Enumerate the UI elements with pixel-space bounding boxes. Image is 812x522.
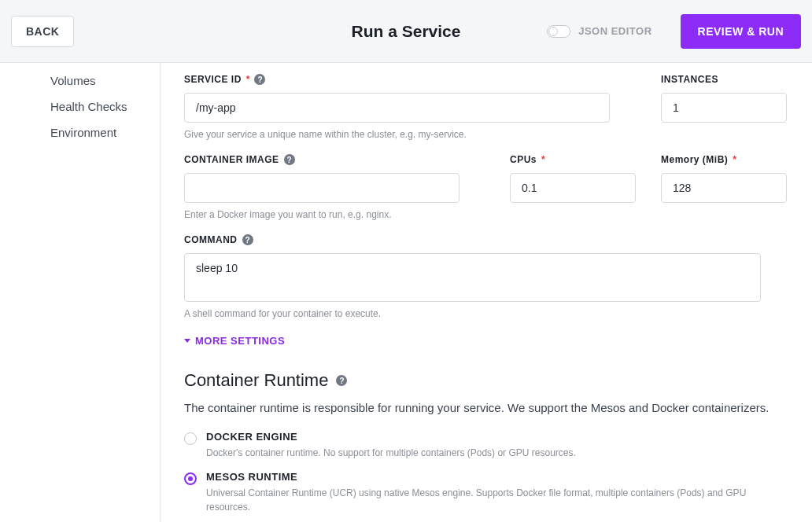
help-icon[interactable]: ?	[242, 234, 253, 245]
container-image-hint: Enter a Docker image you want to run, e.…	[184, 209, 460, 220]
main-panel: SERVICE ID * ? Give your service a uniqu…	[161, 63, 812, 522]
instances-label: INSTANCES	[661, 74, 718, 85]
section-title: Container Runtime	[184, 370, 328, 391]
back-button[interactable]: BACK	[11, 16, 74, 47]
runtime-option-docker[interactable]: DOCKER ENGINE Docker's container runtime…	[184, 431, 787, 460]
help-icon[interactable]: ?	[284, 154, 295, 165]
sidebar-item-volumes[interactable]: Volumes	[0, 74, 160, 94]
radio-label: DOCKER ENGINE	[206, 431, 787, 443]
radio-text: MESOS RUNTIME Universal Container Runtim…	[206, 471, 787, 514]
topbar-right: JSON EDITOR REVIEW & RUN	[547, 14, 801, 49]
radio-icon	[184, 472, 197, 485]
required-star-icon: *	[246, 74, 250, 85]
help-icon[interactable]: ?	[336, 375, 347, 386]
container-image-input[interactable]	[184, 173, 460, 203]
label-row: INSTANCES	[661, 74, 787, 85]
cpus-input[interactable]	[510, 173, 636, 203]
more-settings-toggle[interactable]: MORE SETTINGS	[184, 335, 787, 347]
help-icon[interactable]: ?	[254, 74, 265, 85]
label-row: SERVICE ID * ?	[184, 74, 610, 85]
container-image-label: CONTAINER IMAGE	[184, 154, 279, 165]
label-row: CONTAINER IMAGE ?	[184, 154, 460, 165]
field-instances: INSTANCES	[661, 74, 787, 140]
radio-desc: Universal Container Runtime (UCR) using …	[206, 486, 787, 514]
topbar: BACK Run a Service JSON EDITOR REVIEW & …	[0, 0, 812, 63]
page-title: Run a Service	[352, 22, 461, 41]
runtime-option-mesos[interactable]: MESOS RUNTIME Universal Container Runtim…	[184, 471, 787, 514]
toggle-thumb	[548, 27, 558, 36]
radio-text: DOCKER ENGINE Docker's container runtime…	[206, 431, 787, 460]
content-row: Volumes Health Checks Environment SERVIC…	[0, 63, 812, 522]
label-row: COMMAND ?	[184, 234, 761, 245]
required-star-icon: *	[733, 154, 736, 165]
json-editor-toggle[interactable]	[547, 25, 570, 38]
field-service-id: SERVICE ID * ? Give your service a uniqu…	[184, 74, 610, 140]
runtime-radio-group: DOCKER ENGINE Docker's container runtime…	[184, 431, 787, 514]
command-hint: A shell command for your container to ex…	[184, 308, 761, 319]
json-editor-label: JSON EDITOR	[578, 25, 651, 37]
command-label: COMMAND	[184, 234, 238, 245]
more-settings-label: MORE SETTINGS	[195, 335, 285, 347]
label-row: CPUs *	[510, 154, 636, 165]
field-cpus: CPUs *	[510, 154, 636, 220]
radio-icon	[184, 432, 197, 445]
row-command: COMMAND ? A shell command for your conta…	[184, 234, 787, 319]
radio-inner-icon	[188, 476, 193, 481]
service-id-label: SERVICE ID	[184, 74, 242, 85]
radio-label: MESOS RUNTIME	[206, 471, 787, 483]
cpus-label: CPUs	[510, 154, 537, 165]
memory-label: Memory (MiB)	[661, 154, 728, 165]
sidebar-item-health-checks[interactable]: Health Checks	[0, 94, 160, 119]
container-runtime-desc: The container runtime is responsible for…	[184, 399, 787, 417]
row-image-cpu-mem: CONTAINER IMAGE ? Enter a Docker image y…	[184, 154, 787, 220]
sidebar-item-environment[interactable]: Environment	[0, 119, 160, 145]
required-star-icon: *	[541, 154, 545, 165]
radio-desc: Docker's container runtime. No support f…	[206, 446, 787, 460]
field-container-image: CONTAINER IMAGE ? Enter a Docker image y…	[184, 154, 460, 220]
cpu-mem-wrap: CPUs * Memory (MiB) *	[510, 154, 787, 220]
instances-input[interactable]	[661, 93, 787, 123]
field-command: COMMAND ? A shell command for your conta…	[184, 234, 761, 319]
service-id-hint: Give your service a unique name within t…	[184, 129, 610, 140]
label-row: Memory (MiB) *	[661, 154, 787, 165]
json-editor-toggle-group: JSON EDITOR	[547, 25, 651, 38]
sidebar: Volumes Health Checks Environment	[0, 63, 161, 522]
field-memory: Memory (MiB) *	[661, 154, 787, 220]
memory-input[interactable]	[661, 173, 787, 203]
row-service-id: SERVICE ID * ? Give your service a uniqu…	[184, 74, 787, 140]
chevron-down-icon	[184, 339, 190, 343]
review-and-run-button[interactable]: REVIEW & RUN	[681, 14, 801, 49]
container-runtime-heading: Container Runtime ?	[184, 370, 787, 391]
command-input[interactable]	[184, 253, 761, 302]
service-id-input[interactable]	[184, 93, 610, 123]
